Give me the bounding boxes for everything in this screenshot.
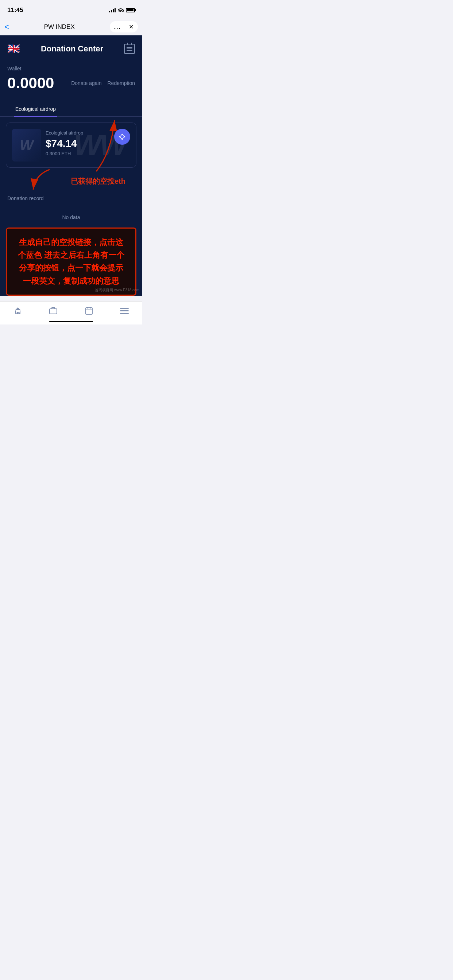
- calendar-nav-icon: [85, 306, 93, 317]
- nav-calendar[interactable]: [71, 306, 107, 317]
- home-indicator: [49, 321, 93, 322]
- annotation-overlay: 生成自己的空投链接，点击这个蓝色 进去之后右上角有一个分享的按钮，点一下就会提示…: [6, 228, 136, 296]
- language-flag[interactable]: 🇬🇧: [7, 43, 20, 55]
- site-watermark: 首码项目网 www.E318.com: [95, 288, 139, 293]
- more-options-button[interactable]: ...: [114, 24, 121, 30]
- airdrop-section: WW W Ecological airdrop $74.14 0.3000 ET…: [0, 117, 142, 196]
- svg-rect-15: [120, 308, 129, 309]
- svg-line-4: [120, 135, 122, 137]
- donate-again-button[interactable]: Donate again: [71, 80, 101, 86]
- menu-icon: [120, 307, 129, 317]
- signal-icon: [109, 8, 116, 13]
- back-button[interactable]: <: [4, 22, 9, 32]
- svg-line-6: [120, 137, 122, 139]
- browser-bar: < PW INDEX ... ✕: [0, 18, 142, 35]
- donation-record-label: Donation record: [7, 196, 135, 201]
- wifi-icon: [118, 7, 124, 13]
- red-label-area: 已获得的空投eth: [6, 168, 136, 189]
- status-bar: 11:45: [0, 0, 142, 18]
- no-data-message: No data: [7, 207, 135, 228]
- briefcase-icon: [49, 306, 57, 317]
- svg-rect-10: [49, 309, 57, 314]
- page-header: 🇬🇧 Donation Center: [0, 35, 142, 58]
- wallet-balance: 0.0000: [7, 75, 54, 92]
- annotation-text: 生成自己的空投链接，点击这个蓝色 进去之后右上角有一个分享的按钮，点一下就会提示…: [18, 238, 124, 285]
- bottom-nav: [0, 302, 142, 325]
- close-button[interactable]: ✕: [129, 23, 134, 30]
- divider: [125, 24, 125, 30]
- left-arrow-svg: [28, 168, 57, 193]
- main-content: 🇬🇧 Donation Center Wallet 0.0000 Donate …: [0, 35, 142, 296]
- redemption-button[interactable]: Redemption: [108, 80, 135, 86]
- battery-icon: [126, 8, 135, 13]
- red-annotation-label: 已获得的空投eth: [64, 175, 133, 189]
- card-logo: W: [12, 129, 41, 162]
- wallet-actions: Donate again Redemption: [71, 80, 135, 86]
- nav-briefcase[interactable]: [36, 306, 72, 317]
- tabs-row: Ecological airdrop: [0, 102, 142, 117]
- status-icons: [109, 7, 135, 13]
- right-arrow-svg: [85, 117, 122, 175]
- wallet-divider: [7, 98, 135, 98]
- tab-ecological-airdrop[interactable]: Ecological airdrop: [0, 102, 71, 116]
- annotation-box: 生成自己的空投链接，点击这个蓝色 进去之后右上角有一个分享的按钮，点一下就会提示…: [6, 228, 136, 296]
- status-time: 11:45: [7, 6, 23, 14]
- share-network-icon: [118, 133, 126, 141]
- browser-actions: ... ✕: [110, 21, 138, 32]
- svg-rect-16: [120, 310, 129, 311]
- wallet-label: Wallet: [7, 65, 135, 72]
- calendar-button[interactable]: [124, 44, 135, 54]
- wallet-row: 0.0000 Donate again Redemption: [7, 75, 135, 92]
- tab-second[interactable]: [71, 102, 142, 116]
- browser-title: PW INDEX: [13, 23, 106, 30]
- svg-rect-11: [86, 308, 92, 314]
- donation-section: Donation record No data: [0, 196, 142, 228]
- svg-line-5: [122, 135, 124, 137]
- share-button[interactable]: [114, 129, 130, 145]
- wallet-section: Wallet 0.0000 Donate again Redemption: [0, 58, 142, 102]
- nav-home[interactable]: [0, 306, 36, 317]
- nav-menu[interactable]: [107, 307, 143, 317]
- svg-rect-17: [120, 313, 129, 314]
- home-icon: [13, 306, 22, 317]
- svg-line-7: [122, 137, 124, 139]
- page-title: Donation Center: [41, 44, 103, 54]
